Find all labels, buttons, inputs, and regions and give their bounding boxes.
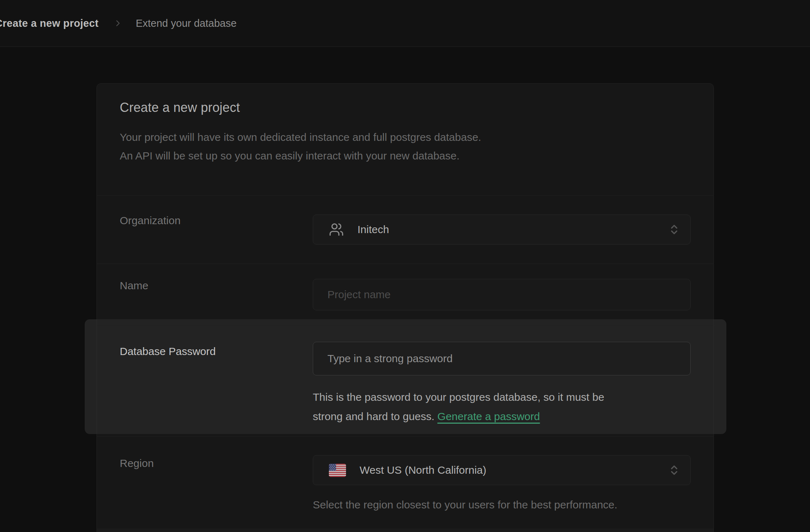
region-row: Region	[97, 437, 713, 529]
card-description-line2: An API will be set up so you can easily …	[120, 147, 691, 165]
page-title: Create a new project	[120, 100, 691, 115]
region-help-text: Select the region closest to your users …	[313, 499, 691, 511]
region-value: West US (North California)	[360, 464, 487, 476]
organization-select[interactable]: Initech	[313, 215, 691, 245]
chevrons-up-down-icon	[668, 464, 680, 476]
card-description: Your project will have its own dedicated…	[120, 128, 691, 165]
card-description-line1: Your project will have its own dedicated…	[120, 128, 691, 147]
page: { "breadcrumb": { "item1": "Create a new…	[0, 0, 810, 532]
generate-password-link[interactable]: Generate a password	[438, 410, 540, 422]
region-select[interactable]: West US (North California)	[313, 455, 691, 485]
organization-label: Organization	[120, 215, 313, 227]
password-help-line1: This is the password to your postgres da…	[313, 388, 691, 407]
name-row: Name	[97, 264, 713, 326]
top-bar: Create a new project Extend your databas…	[0, 0, 810, 47]
database-password-row: Database Password This is the password t…	[97, 326, 713, 437]
card-header: Create a new project Your project will h…	[97, 84, 713, 196]
chevron-right-icon	[113, 18, 123, 28]
card-edge-line	[713, 319, 714, 434]
database-password-label: Database Password	[120, 345, 313, 358]
breadcrumb-item-create-project[interactable]: Create a new project	[0, 18, 99, 29]
organization-row: Organization Initech	[97, 196, 713, 264]
card-footer	[97, 529, 713, 532]
project-name-input[interactable]	[313, 279, 691, 310]
password-help-text: This is the password to your postgres da…	[313, 388, 691, 426]
us-flag-icon	[329, 464, 346, 477]
name-label: Name	[120, 280, 313, 292]
region-label: Region	[120, 457, 313, 469]
chevrons-up-down-icon	[668, 223, 680, 236]
organization-value: Initech	[357, 223, 389, 236]
database-password-input[interactable]	[313, 342, 691, 375]
password-help-line2: strong and hard to guess. Generate a pas…	[313, 407, 691, 426]
breadcrumb-item-extend-database[interactable]: Extend your database	[136, 18, 237, 29]
users-icon	[329, 222, 344, 237]
create-project-card: Create a new project Your project will h…	[97, 83, 714, 532]
